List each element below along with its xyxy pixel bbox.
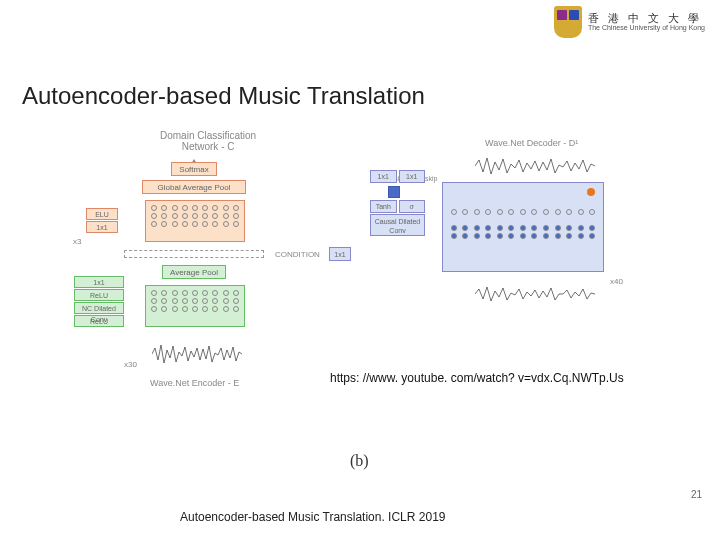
x30-label: x30 [124, 360, 137, 369]
slide-title: Autoencoder-based Music Translation [22, 82, 425, 110]
dec-1x1b: 1x1 [399, 170, 426, 183]
architecture-diagram: Domain Classification Network - C Softma… [70, 130, 650, 450]
page-number: 21 [691, 489, 702, 500]
decoder-waveform-top [475, 155, 595, 177]
global-avg-pool-block: Global Average Pool [142, 180, 246, 194]
condition-label: CONDITION [275, 250, 320, 259]
oneone-block: 1x1 [86, 221, 118, 233]
elu-block: ELU [86, 208, 118, 220]
encoder-waveform [152, 340, 242, 368]
multiply-icon [388, 186, 400, 198]
decoder-panel [442, 182, 604, 272]
encoder-group: 1x1 ReLU NC Dilated Conv ReLU [74, 276, 124, 328]
condition-1x1: 1x1 [329, 247, 351, 261]
latent-code [124, 250, 264, 258]
footer-citation: Autoencoder-based Music Translation. ICL… [180, 510, 445, 524]
x3-label: x3 [73, 237, 81, 246]
enc-ncdil: NC Dilated Conv [74, 302, 124, 314]
shield-icon [554, 6, 582, 38]
skip-label: skip [425, 175, 437, 182]
softmax-block: Softmax [171, 162, 217, 176]
youtube-link[interactable]: https: //www. youtube. com/watch? v=vdx.… [330, 371, 624, 385]
output-node-icon [587, 188, 595, 196]
dec-1x1a: 1x1 [370, 170, 397, 183]
dcn-label: Domain Classification Network - C [160, 130, 256, 152]
university-name: 香 港 中 文 大 學 The Chinese University of Ho… [588, 12, 705, 32]
encoder-label: Wave.Net Encoder - E [150, 378, 239, 388]
uni-english: The Chinese University of Hong Kong [588, 24, 705, 32]
decoder-label: Wave.Net Decoder - D¹ [485, 138, 578, 148]
decoder-waveform-bottom [475, 283, 595, 305]
encoder-layers [145, 285, 245, 327]
dec-causal: Causal Dilated Conv [370, 214, 425, 236]
enc-1x1: 1x1 [74, 276, 124, 288]
university-header: 香 港 中 文 大 學 The Chinese University of Ho… [554, 6, 705, 38]
decoder-group: 1x1 1x1 Tanh σ Causal Dilated Conv [370, 170, 425, 237]
avg-pool-block: Average Pool [162, 265, 226, 279]
dec-tanh: Tanh [370, 200, 397, 213]
dec-sigma: σ [399, 200, 426, 213]
dcn-layers [145, 200, 245, 242]
figure-label: (b) [350, 452, 369, 470]
elu-group: ELU 1x1 [86, 208, 118, 234]
uni-chinese: 香 港 中 文 大 學 [588, 12, 705, 24]
enc-relu: ReLU [74, 289, 124, 301]
x40-label: x40 [610, 277, 623, 286]
enc-relu2: ReLU [74, 315, 124, 327]
